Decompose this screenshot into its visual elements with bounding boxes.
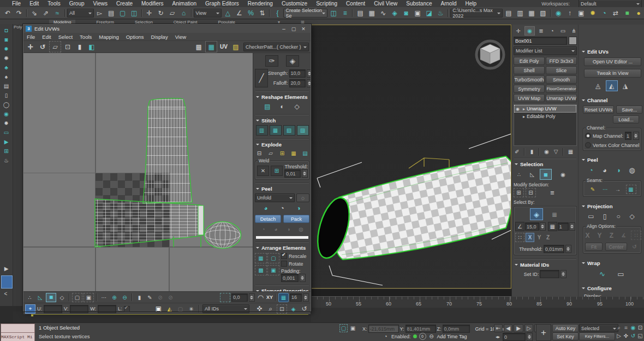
material-editor-icon[interactable]: ◙ <box>401 8 412 18</box>
convert-seam-icon[interactable]: → <box>613 185 623 193</box>
tab-hierarchy[interactable]: ≣ <box>536 27 546 35</box>
pelt-start-icon[interactable]: ◔ <box>259 225 268 233</box>
rollout-projection[interactable]: Projection <box>581 203 642 210</box>
box-projection-icon[interactable]: ◇ <box>627 211 637 221</box>
rescale-checkbox[interactable] <box>281 253 287 259</box>
zoom-region-icon[interactable]: ⊡ <box>637 324 643 331</box>
move-icon[interactable]: ✛ <box>144 8 155 18</box>
schematic-view-icon[interactable]: ◈ <box>389 8 400 18</box>
column-select-icon[interactable]: ▮ <box>135 293 144 302</box>
key-selection-dropdown[interactable]: Selected <box>579 324 618 332</box>
rollout-wrap[interactable]: Wrap <box>581 260 642 267</box>
uvw-menu-display[interactable]: Display <box>151 34 168 40</box>
rollout-element-properties[interactable]: Element Properties <box>255 287 309 291</box>
matid-select-spinner[interactable] <box>569 222 575 231</box>
stitch-average-icon[interactable]: ▧ <box>283 125 295 136</box>
zoom-icon[interactable]: ⌕ <box>616 324 622 331</box>
green-swatch-icon[interactable]: ■ <box>622 8 633 18</box>
selection-lock-icon[interactable]: ▣ <box>349 325 356 332</box>
align-z-button[interactable]: Z <box>607 231 616 239</box>
threshold-spinner[interactable] <box>565 245 571 253</box>
torus-icon[interactable]: ◯ <box>2 101 11 109</box>
rollout-reshape-elements[interactable]: Reshape Elements <box>255 93 309 101</box>
portrait-icon[interactable]: ▯ <box>2 91 11 99</box>
falloff-curve-icon[interactable]: ◠ <box>256 293 265 302</box>
quick-peel-icon[interactable]: ◕ <box>260 204 271 213</box>
v-field[interactable] <box>70 305 88 313</box>
x-coordinate-field[interactable]: -21,615mm <box>368 325 399 333</box>
preset-turbosmooth[interactable]: TurboSmooth <box>514 75 545 84</box>
fov-icon[interactable]: ▷ <box>616 332 622 339</box>
zoom-icon[interactable]: ⌕ <box>266 305 275 313</box>
placement-icon[interactable]: ⌂ <box>178 8 189 18</box>
render-uv-template-icon[interactable]: ▨ <box>230 42 241 52</box>
menu-modifiers[interactable]: Modifiers <box>141 1 164 7</box>
zoom-to-selection-icon[interactable]: ↺ <box>300 305 309 313</box>
minimize-icon[interactable]: – <box>279 26 289 32</box>
grid-size-value[interactable]: 16 <box>290 293 302 302</box>
play-monitor-icon[interactable]: ▶ <box>2 138 11 146</box>
previous-frame-button[interactable]: ◀ <box>504 324 512 332</box>
rollout-selection[interactable]: Selection <box>514 161 577 168</box>
cylindrical-projection-icon[interactable]: ▯ <box>600 211 610 221</box>
modifier-list-dropdown[interactable]: Modifier List <box>514 46 577 55</box>
expand-to-seams-icon[interactable]: ▦ <box>626 185 636 194</box>
preset-symmetry[interactable]: Symmetry <box>514 85 545 93</box>
stitch-custom-icon[interactable]: ▥ <box>256 125 268 136</box>
swap-icon[interactable]: ⇄ <box>610 8 621 18</box>
preset-smooth[interactable]: Smooth <box>546 75 577 84</box>
matid-select-icon[interactable]: ▦ <box>548 222 557 231</box>
menu-scripting[interactable]: Scripting <box>316 1 337 7</box>
tab-create[interactable]: ✛ <box>514 27 523 35</box>
hide-icon[interactable]: ▢ <box>176 305 185 313</box>
viewport-layout-swatch[interactable] <box>1 275 13 289</box>
menu-animation[interactable]: Animation <box>172 1 196 7</box>
render-icon[interactable]: ♨ <box>435 8 446 18</box>
peel-mode-icon[interactable]: ◔ <box>277 204 288 213</box>
polygon-mode-icon[interactable]: ■ <box>540 169 552 180</box>
zoom-extents-icon[interactable]: ◈ <box>289 305 298 313</box>
pack-together-icon[interactable]: ▢ <box>267 253 279 263</box>
stack-row-editable-poly[interactable]: ▸ Editable Poly <box>514 113 576 120</box>
u-field[interactable] <box>44 305 62 313</box>
select-object-icon[interactable]: ▻ <box>94 8 105 18</box>
flyout-arrow-icon[interactable]: ▶ <box>2 264 11 273</box>
uv-element-mode-icon[interactable]: ◇ <box>57 293 67 302</box>
spherical-projection-icon[interactable]: ○ <box>613 211 624 221</box>
collapse-icon[interactable]: < <box>1 290 10 298</box>
rollout-configure[interactable]: Configure <box>581 285 642 292</box>
uv-freeform-icon[interactable]: ⊡ <box>62 42 73 52</box>
visibility-eye-icon[interactable]: ◉ <box>514 105 521 113</box>
open-uv-editor-button[interactable]: Open UV Editor ... <box>584 57 641 66</box>
rotate-checkbox[interactable] <box>281 261 287 267</box>
track-bar[interactable] <box>311 308 644 322</box>
save-button[interactable]: Save... <box>616 105 642 114</box>
axis-x-toggle[interactable]: X <box>526 233 534 242</box>
vertex-color-radio[interactable] <box>585 142 591 148</box>
zoom-extents-icon[interactable]: ◉ <box>630 324 636 331</box>
xy-space-label[interactable]: XY <box>266 295 273 300</box>
preset-slice[interactable]: Slice <box>546 66 577 74</box>
reshape-straighten-icon[interactable]: ◇ <box>291 102 303 111</box>
uv-edge-mode-icon[interactable]: ◺ <box>35 293 45 302</box>
strength-spinner[interactable] <box>307 69 311 78</box>
box001-object[interactable] <box>312 156 511 262</box>
show-map-tiles-icon[interactable]: ▩ <box>193 42 204 52</box>
viewport-split-icon[interactable]: ⊞ <box>2 147 11 155</box>
explode-by-face-icon[interactable]: ⊞ <box>278 149 287 157</box>
uv-canvas[interactable] <box>23 53 253 291</box>
strength-value[interactable]: 10,0 <box>289 69 306 78</box>
redo-icon[interactable]: ↷ <box>14 8 25 18</box>
pan-hand-icon[interactable]: ✜ <box>623 332 629 339</box>
mirror-icon[interactable]: ◫ <box>328 8 339 18</box>
all-ids-dropdown[interactable]: All IDs <box>202 304 249 313</box>
select-by-normal-icon[interactable]: ◈ <box>530 208 543 220</box>
explode-break-icon[interactable]: ▱ <box>266 149 276 157</box>
go-to-start-button[interactable]: ⇤ <box>494 324 503 332</box>
expand-arrow-icon[interactable]: ▸ <box>521 113 527 121</box>
unlink-icon[interactable]: ⇗ <box>40 8 51 18</box>
uv-island-cap[interactable] <box>198 205 204 235</box>
spline-wrap-icon[interactable]: ∿ <box>597 269 608 279</box>
play-button[interactable]: ▶ <box>514 324 523 332</box>
monitor-icon[interactable]: ▭ <box>2 128 11 137</box>
